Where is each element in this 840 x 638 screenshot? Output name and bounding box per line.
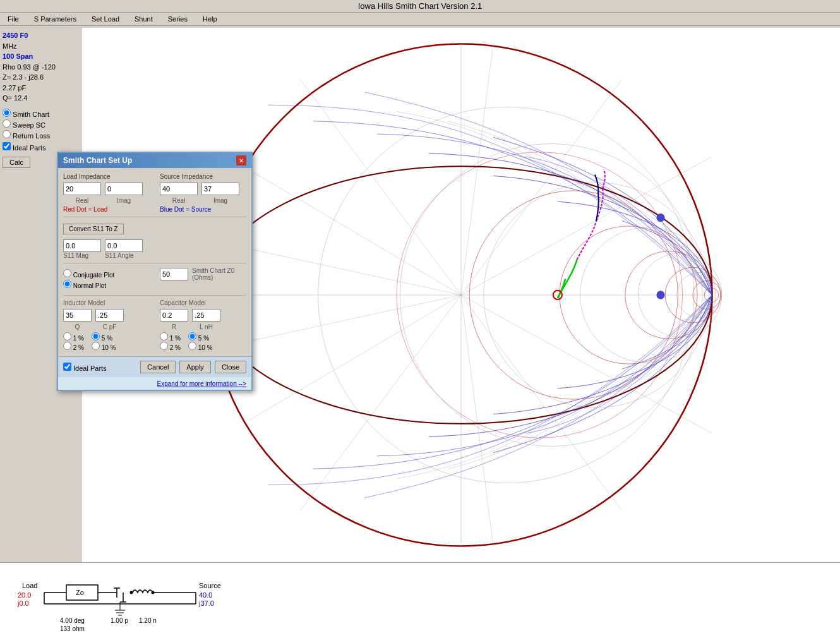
impedance-section: Load Impedance Real Imag Red Dot = Load … bbox=[63, 173, 246, 213]
capacitor-r-label: R bbox=[160, 323, 188, 330]
capacitor-inputs bbox=[160, 309, 246, 322]
source-imag-input[interactable] bbox=[201, 183, 239, 195]
z0-section: Smith Chart Z0 (Ohms) bbox=[160, 267, 246, 291]
inductor-tol-2pct[interactable]: 2 % bbox=[63, 342, 84, 351]
load-imag-label: Imag bbox=[105, 197, 143, 204]
capacitor-tol-2pct[interactable]: 2 % bbox=[160, 342, 181, 351]
capacitor-tolerance-group: 1 % 5 % 2 % 10 % bbox=[160, 332, 246, 351]
load-impedance-label: Load Impedance bbox=[63, 173, 150, 180]
convert-s11-button[interactable]: Convert S11 To Z bbox=[63, 224, 124, 234]
close-button[interactable]: Close bbox=[215, 361, 246, 373]
menu-sparameters[interactable]: S Parameters bbox=[32, 15, 79, 23]
z-row: Z= 2.3 - j28.6 bbox=[3, 72, 80, 83]
svg-point-41 bbox=[130, 591, 133, 594]
cancel-button[interactable]: Cancel bbox=[140, 361, 176, 373]
inductor-tol-1pct[interactable]: 1 % bbox=[63, 332, 84, 342]
plot-options-section: Conjugate Plot Normal Plot bbox=[63, 267, 150, 291]
radio-normal[interactable]: Normal Plot bbox=[63, 280, 150, 289]
radio-smith-chart[interactable]: Smith Chart bbox=[3, 109, 80, 118]
load-real-label: Real bbox=[63, 197, 101, 204]
apply-button[interactable]: Apply bbox=[179, 361, 211, 373]
expand-link[interactable]: Expand for more information --> bbox=[157, 380, 246, 387]
cap-label: 1.00 p bbox=[111, 617, 128, 624]
inductor-q-label: Q bbox=[63, 323, 92, 330]
z0-label: Smith Chart Z0 (Ohms) bbox=[192, 267, 246, 281]
inductor-q-input[interactable] bbox=[63, 309, 92, 322]
ideal-parts-footer-checkbox[interactable] bbox=[63, 363, 71, 371]
f0-label: F0 bbox=[20, 32, 28, 39]
menu-file[interactable]: File bbox=[5, 15, 21, 23]
source-impedance-section: Source Impedance Real Imag Blue Dot = So… bbox=[160, 173, 246, 213]
setup-dialog: Smith Chart Set Up ✕ Load Impedance Real… bbox=[57, 152, 253, 391]
inductor-labels: Q C pF bbox=[63, 323, 150, 330]
setup-title-bar: Smith Chart Set Up ✕ bbox=[58, 153, 251, 168]
radio-conjugate[interactable]: Conjugate Plot bbox=[63, 269, 150, 279]
capacitor-tol-row1: 1 % 5 % bbox=[160, 332, 246, 342]
menu-series[interactable]: Series bbox=[165, 15, 190, 23]
s11-mag-group: S11 Mag bbox=[63, 239, 101, 259]
c-row: 2.27 pF bbox=[3, 83, 80, 93]
rho-value: 0.93 @ -120 bbox=[17, 63, 56, 71]
inductor-inputs bbox=[63, 309, 150, 322]
calc-button[interactable]: Calc bbox=[3, 157, 30, 168]
source-labels-row: Real Imag bbox=[160, 197, 246, 204]
menu-setload[interactable]: Set Load bbox=[89, 15, 122, 23]
title-bar: Iowa Hills Smith Chart Version 2.1 bbox=[0, 0, 840, 13]
plot-z0-section: Conjugate Plot Normal Plot Smith Chart Z… bbox=[63, 267, 246, 291]
capacitor-r-input[interactable] bbox=[160, 309, 188, 322]
source-imag-label: Imag bbox=[201, 197, 239, 204]
capacitor-tol-5pct[interactable]: 5 % bbox=[188, 332, 209, 342]
ideal-parts-row[interactable]: Ideal Parts bbox=[3, 142, 80, 152]
load-real-input[interactable] bbox=[63, 183, 101, 195]
f0-unit: MHz bbox=[3, 42, 17, 50]
setup-body: Load Impedance Real Imag Red Dot = Load … bbox=[58, 168, 251, 356]
source-real-input[interactable] bbox=[160, 183, 198, 195]
menu-shunt[interactable]: Shunt bbox=[132, 15, 155, 23]
menu-help[interactable]: Help bbox=[200, 15, 220, 23]
plot-type-group: Conjugate Plot Normal Plot bbox=[63, 269, 150, 289]
rho-row: Rho 0.93 @ -120 bbox=[3, 62, 80, 73]
load-imag-input[interactable] bbox=[105, 183, 143, 195]
s11-angle-group: S11 Angle bbox=[105, 239, 143, 259]
q-row: Q= 12.4 bbox=[3, 93, 80, 104]
capacitor-tol-1pct[interactable]: 1 % bbox=[160, 332, 181, 342]
source-real-text: 40.0 bbox=[199, 591, 212, 599]
s11-angle-label: S11 Angle bbox=[105, 252, 143, 259]
deg-label: 4.00 deg bbox=[60, 617, 85, 624]
inductor-tol-row1: 1 % 5 % bbox=[63, 332, 150, 342]
inductor-tol-10pct[interactable]: 10 % bbox=[92, 342, 116, 351]
capacitor-l-input[interactable] bbox=[192, 309, 220, 322]
s11-angle-input[interactable] bbox=[105, 239, 143, 252]
capacitor-tol-row2: 2 % 10 % bbox=[160, 342, 246, 351]
load-dot-note: Red Dot = Load bbox=[63, 206, 150, 213]
inductor-c-input[interactable] bbox=[95, 309, 124, 322]
inductor-tol-5pct[interactable]: 5 % bbox=[92, 332, 112, 342]
setup-close-icon-btn[interactable]: ✕ bbox=[236, 155, 246, 166]
left-panel: 2450 F0 MHz 100 Span Rho 0.93 @ -120 Z= … bbox=[0, 28, 82, 171]
span-value: 100 bbox=[3, 52, 14, 60]
span-label: Span bbox=[16, 52, 33, 60]
z0-input[interactable] bbox=[160, 268, 188, 280]
ideal-parts-footer-label[interactable]: Ideal Parts bbox=[63, 364, 107, 372]
load-real-text: 20.0 bbox=[18, 591, 31, 599]
inductor-model-section: Inductor Model Q C pF 1 % 5 % 2 % bbox=[63, 299, 150, 351]
ideal-parts-checkbox[interactable] bbox=[3, 142, 11, 150]
source-real-label: Real bbox=[160, 197, 198, 204]
ideal-parts-footer-row[interactable]: Ideal Parts bbox=[63, 363, 107, 372]
convert-s11-section: Convert S11 To Z S11 Mag S11 Angle bbox=[63, 221, 246, 259]
load-labels-row: Real Imag bbox=[63, 197, 150, 204]
zo-box-label: Zo bbox=[76, 589, 84, 596]
capacitor-tol-10pct[interactable]: 10 % bbox=[188, 342, 213, 351]
z-value: 2.3 - j28.6 bbox=[13, 73, 44, 81]
source-dot-note: Blue Dot = Source bbox=[160, 206, 246, 213]
s11-mag-input[interactable] bbox=[63, 239, 101, 252]
source-impedance-inputs bbox=[160, 183, 246, 195]
capacitor-l-label: L nH bbox=[192, 323, 220, 330]
svg-point-31 bbox=[657, 291, 664, 299]
circuit-diagram: Load 20.0 j0.0 Source 40.0 j37.0 Zo bbox=[13, 566, 227, 635]
ideal-parts-checkbox-label[interactable]: Ideal Parts bbox=[3, 144, 46, 152]
radio-sweep-sc[interactable]: Sweep SC bbox=[3, 119, 80, 129]
q-value: Q= 12.4 bbox=[3, 94, 27, 102]
radio-return-loss[interactable]: Return Loss bbox=[3, 130, 80, 140]
expand-row: Expand for more information --> bbox=[58, 377, 251, 390]
